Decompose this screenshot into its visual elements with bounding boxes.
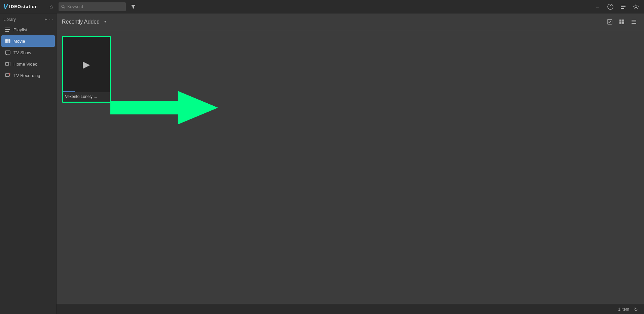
svg-rect-5	[621, 5, 625, 5]
filter-button[interactable]	[129, 2, 138, 11]
svg-rect-9	[5, 28, 10, 28]
homevideo-icon	[5, 61, 11, 67]
svg-rect-16	[8, 39, 8, 43]
svg-rect-18	[5, 51, 10, 54]
more-options-button[interactable]: ···	[49, 17, 53, 22]
grid-view-button[interactable]	[617, 17, 627, 27]
content-header-right	[605, 17, 639, 27]
sidebar-item-movie[interactable]: Movie	[1, 35, 55, 47]
svg-rect-31	[622, 22, 624, 24]
sidebar-tvrecording-label: TV Recording	[13, 73, 40, 78]
video-card-title: Vexento Lonely ...	[63, 92, 110, 102]
video-card[interactable]: ▶ Vexento Lonely ...	[62, 36, 111, 103]
svg-rect-17	[9, 39, 10, 43]
sidebar-header-actions: + ···	[45, 17, 53, 22]
content-header-left: Recently Added ▾	[62, 18, 109, 26]
add-library-button[interactable]: +	[45, 17, 47, 22]
video-progress-bar	[63, 91, 75, 92]
content-header: Recently Added ▾	[57, 13, 644, 30]
content-area: Recently Added ▾	[57, 13, 644, 314]
sort-label: Recently Added	[62, 19, 100, 25]
svg-point-0	[62, 5, 64, 8]
menu-icon	[631, 19, 637, 25]
play-icon: ▶	[80, 58, 93, 71]
svg-text:?: ?	[609, 5, 611, 9]
topbar: V IDEOstation ⌂ – ?	[0, 0, 644, 13]
menu-view-button[interactable]	[629, 17, 639, 27]
sidebar-item-tvrecording[interactable]: TV Recording	[1, 70, 55, 81]
svg-rect-32	[632, 20, 636, 21]
search-icon	[61, 5, 65, 9]
sidebar-tvshow-label: TV Show	[13, 50, 31, 55]
sidebar-item-tvshow[interactable]: TV Show	[1, 47, 55, 58]
topbar-right: – ?	[593, 2, 641, 11]
main-layout: Library + ··· Playlist	[0, 13, 644, 314]
sidebar-movie-label: Movie	[13, 39, 25, 44]
logo-v-letter: V	[3, 3, 8, 10]
sidebar-item-playlist[interactable]: Playlist	[1, 24, 55, 35]
svg-marker-2	[131, 5, 136, 9]
select-icon	[607, 19, 613, 25]
svg-rect-7	[621, 8, 624, 9]
svg-rect-29	[622, 20, 624, 22]
logo-text: IDEOstation	[9, 4, 38, 9]
playlist-icon	[5, 27, 11, 33]
svg-rect-11	[5, 31, 9, 32]
sidebar-item-homevideo[interactable]: Home Video	[1, 58, 55, 70]
svg-rect-10	[5, 29, 10, 30]
minimize-button[interactable]: –	[593, 2, 602, 11]
video-thumbnail: ▶	[63, 37, 110, 92]
content-grid: ▶ Vexento Lonely ...	[57, 30, 644, 304]
search-box	[59, 2, 126, 11]
svg-rect-33	[632, 22, 636, 22]
sidebar-header: Library + ···	[0, 15, 56, 24]
footer-item-count: 1 item	[618, 307, 629, 312]
grid-icon	[619, 19, 625, 25]
arrow-annotation	[110, 84, 218, 133]
svg-rect-6	[621, 6, 625, 7]
sidebar: Library + ··· Playlist	[0, 13, 57, 314]
sidebar-library-label: Library	[3, 17, 16, 22]
sidebar-homevideo-label: Home Video	[13, 62, 37, 67]
app-logo: V IDEOstation	[3, 3, 44, 10]
svg-rect-27	[607, 20, 612, 24]
help-icon: ?	[607, 4, 613, 10]
svg-rect-28	[619, 20, 621, 22]
content-footer: 1 item ↻	[57, 304, 644, 314]
svg-rect-34	[632, 23, 636, 24]
search-input[interactable]	[67, 4, 121, 9]
svg-rect-30	[619, 22, 621, 24]
taskbar-icon	[620, 4, 626, 10]
taskbar-button[interactable]	[618, 2, 628, 11]
svg-rect-21	[5, 63, 9, 65]
svg-point-8	[635, 6, 637, 8]
svg-line-1	[64, 7, 65, 8]
movie-icon	[5, 38, 11, 44]
svg-point-26	[9, 73, 10, 75]
sort-dropdown-button[interactable]: ▾	[102, 18, 109, 26]
green-arrow-svg	[110, 84, 218, 131]
home-button[interactable]: ⌂	[46, 2, 56, 11]
svg-marker-35	[110, 91, 218, 125]
settings-icon	[633, 4, 639, 10]
refresh-button[interactable]: ↻	[633, 306, 639, 313]
settings-button[interactable]	[631, 2, 641, 11]
svg-rect-23	[5, 74, 9, 76]
filter-icon	[131, 4, 136, 9]
svg-rect-15	[6, 39, 7, 43]
tvrecording-icon	[5, 72, 11, 78]
help-button[interactable]: ?	[606, 2, 615, 11]
tvshow-icon	[5, 49, 11, 56]
sidebar-playlist-label: Playlist	[13, 27, 27, 32]
select-all-button[interactable]	[605, 17, 614, 27]
svg-marker-22	[9, 63, 10, 65]
